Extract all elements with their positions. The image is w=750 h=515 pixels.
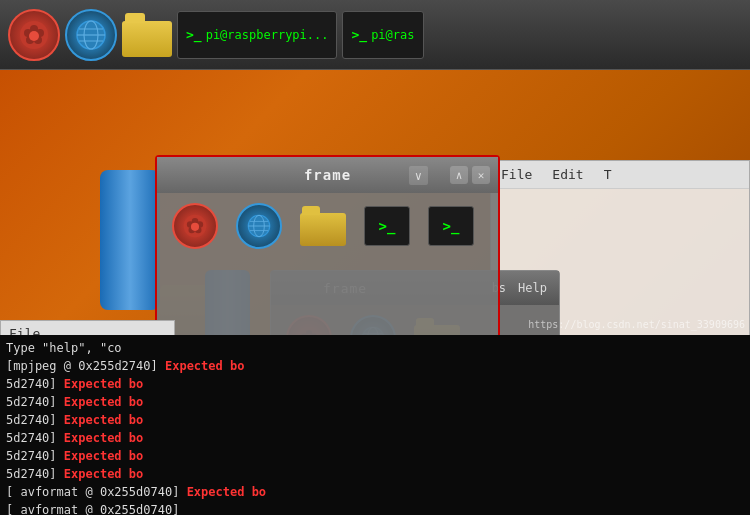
bg-window-menubar: File Edit T [491,161,749,189]
bg-menu-file[interactable]: File [501,167,532,182]
frame2-menu-help[interactable]: Help [518,281,547,295]
terminal-prompt-icon: >_ [379,218,396,234]
terminal-line-0: Type "help", "co [6,339,744,357]
terminal-line-5: 5d2740] Expected bo [6,429,744,447]
terminal-line-8: [ avformat @ 0x255d0740] Expected bo [6,483,744,501]
terminal-line-6: 5d2740] Expected bo [6,447,744,465]
terminal2-taskbar[interactable]: >_ pi@ras [342,11,423,59]
blue-cylinder-1 [100,170,160,310]
up-arrow-icon: ∧ [456,169,463,182]
terminal-line-4: 5d2740] Expected bo [6,411,744,429]
terminal-line-9: [ avformat @ 0x255d0740] [6,501,744,515]
frame-minimize-btn[interactable]: ∧ [450,166,468,184]
terminal2-text: pi@ras [371,28,414,42]
terminal-output: Type "help", "co [mpjpeg @ 0x255d2740] E… [0,335,750,515]
svg-point-6 [29,31,39,41]
terminal-line-3: 5d2740] Expected bo [6,393,744,411]
terminal-line-1: [mpjpeg @ 0x255d2740] Expected bo [6,357,744,375]
frame-titlebar-main: frame ∨ ∧ ✕ [157,157,498,193]
frame-icons-row-main: >_ >_ [157,193,498,259]
bg-menu-t[interactable]: T [604,167,612,182]
frame-dropdown-btn[interactable]: ∨ [409,166,428,185]
frame-terminal1-icon[interactable]: >_ [364,206,410,246]
frame-title-controls: ∧ ✕ [450,166,490,184]
svg-point-18 [191,223,199,231]
close-icon: ✕ [478,169,485,182]
terminal1-taskbar[interactable]: >_ pi@raspberrypi... [177,11,337,59]
browser-icon[interactable] [65,9,117,61]
frame-globe-icon[interactable] [236,203,282,249]
terminal2-prompt: >_ [351,27,367,42]
terminal-line-7: 5d2740] Expected bo [6,465,744,483]
bg-menu-edit[interactable]: Edit [552,167,583,182]
folder-taskbar-icon[interactable] [122,13,172,57]
taskbar: >_ pi@raspberrypi... >_ pi@ras [0,0,750,70]
terminal-line-2: 5d2740] Expected bo [6,375,744,393]
terminal1-prompt: >_ [186,27,202,42]
terminal1-text: pi@raspberrypi... [206,28,329,42]
frame-terminal2-icon[interactable]: >_ [428,206,474,246]
frame-close-btn[interactable]: ✕ [472,166,490,184]
frame-raspberry-icon[interactable] [172,203,218,249]
terminal-prompt-icon-2: >_ [443,218,460,234]
frame-title-main: frame [304,167,351,183]
raspberry-menu-icon[interactable] [8,9,60,61]
dropdown-arrow-icon: ∨ [415,169,422,183]
watermark: https://blog.csdn.net/sinat_33909696 [528,319,745,330]
frame-folder-icon[interactable] [300,206,346,246]
